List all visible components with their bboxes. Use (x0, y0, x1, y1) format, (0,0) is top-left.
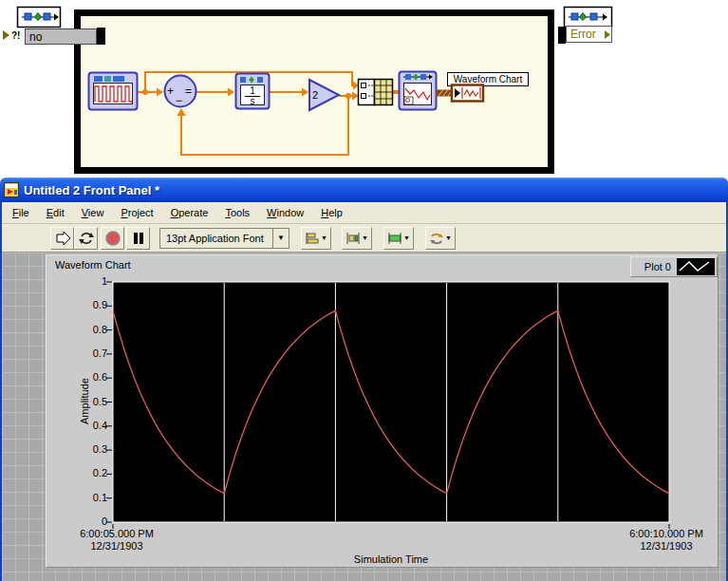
y-axis-tick-label: 0.9 (47, 299, 107, 310)
chevron-down-icon: ▼ (445, 234, 452, 241)
simulation-loop-icon-right (565, 8, 612, 28)
sum-plus-sign: + (167, 84, 174, 98)
loop-tunnel-left (97, 28, 105, 45)
y-axis-tick-label: 0.6 (47, 371, 107, 383)
chart-buffer-node[interactable] (400, 72, 437, 110)
chevron-down-icon: ▼ (321, 234, 327, 241)
abort-button[interactable] (101, 227, 124, 250)
window-titlebar[interactable]: Untitled 2 Front Panel * (0, 178, 728, 202)
x-axis-end-date: 12/31/1903 (640, 540, 692, 552)
integrator-denominator: s (251, 96, 255, 106)
front-panel-window: Untitled 2 Front Panel * File Edit View … (0, 178, 728, 581)
screen: ?! no Error (0, 0, 728, 581)
x-axis-title: Simulation Time (354, 553, 428, 565)
chevron-down-icon: ▼ (403, 234, 410, 241)
reorder-objects-button[interactable]: ▼ (425, 227, 456, 250)
menu-window[interactable]: Window (258, 203, 312, 223)
terminal-label: Waveform Chart (454, 74, 523, 84)
resize-objects-button[interactable]: ▼ (383, 227, 414, 250)
sum-minus-sign: − (176, 94, 182, 107)
integrator-numerator: 1 (250, 85, 255, 96)
y-axis-tick-label: 0.7 (47, 347, 107, 359)
run-icon (53, 229, 72, 248)
labview-app-icon[interactable] (4, 182, 19, 197)
font-selector-value: 13pt Application Font (160, 233, 272, 244)
menu-file[interactable]: File (4, 203, 38, 223)
loop-halt-input-node[interactable]: ?! no (3, 28, 105, 45)
error-label: Error (570, 28, 596, 41)
menu-operate[interactable]: Operate (162, 203, 217, 223)
chevron-down-icon[interactable]: ▼ (272, 229, 289, 248)
x-axis-start-time: 6:00:05.000 PM (80, 528, 154, 539)
run-continuous-icon (77, 229, 96, 248)
waveform-chart-plot-svg (47, 255, 719, 569)
block-diagram: ?! no Error (0, 0, 728, 178)
menu-bar: File Edit View Project Operate Tools Win… (2, 202, 726, 224)
menu-tools[interactable]: Tools (216, 203, 258, 223)
distribute-objects-icon (345, 231, 361, 246)
run-continuous-button[interactable] (74, 227, 98, 250)
dynamic-data-wire (436, 90, 453, 97)
halt-input-value: no (29, 30, 43, 44)
legend-line-sample-icon[interactable] (677, 258, 715, 275)
x-axis-end-time: 6:00:10.000 PM (629, 528, 703, 539)
abort-icon (104, 230, 121, 247)
simulation-loop-icon-left (18, 8, 61, 28)
y-axis-tick-label: 0.4 (47, 420, 107, 431)
menu-view[interactable]: View (73, 203, 113, 223)
x-axis-start-date: 12/31/1903 (90, 540, 142, 552)
toolbar: 13pt Application Font ▼ ▼ (2, 224, 726, 253)
collector-node[interactable] (359, 80, 393, 105)
loop-error-output-node[interactable]: Error (558, 27, 612, 45)
resize-objects-icon (387, 231, 402, 246)
y-axis-tick-label: 0.5 (47, 396, 107, 407)
integrator-node[interactable]: 1 s (236, 74, 270, 109)
loop-tunnel-right (558, 27, 566, 44)
distribute-objects-button[interactable]: ▼ (342, 227, 372, 250)
font-selector[interactable]: 13pt Application Font ▼ (159, 228, 289, 249)
y-axis-title: Amplitude (79, 373, 91, 430)
align-objects-button[interactable]: ▼ (301, 227, 331, 250)
summation-node[interactable]: + − = (165, 76, 196, 108)
waveform-chart-widget[interactable]: Waveform Chart Plot 0 00.10.20.30.40.50.… (46, 254, 719, 568)
y-axis-tick-label: 0.1 (47, 492, 107, 503)
sum-equals-sign: = (185, 84, 192, 98)
legend-plot-name: Plot 0 (644, 261, 671, 272)
y-axis-tick-label: 1 (47, 275, 107, 287)
plot-legend[interactable]: Plot 0 (630, 256, 718, 277)
y-axis-tick-label: 0.3 (47, 443, 107, 455)
pause-icon (131, 231, 146, 246)
run-button[interactable] (50, 227, 74, 250)
chevron-down-icon: ▼ (362, 234, 368, 241)
window-body: File Edit View Project Operate Tools Win… (0, 202, 728, 581)
menu-help[interactable]: Help (312, 203, 351, 223)
front-panel-grid: Waveform Chart Plot 0 00.10.20.30.40.50.… (2, 253, 726, 581)
input-arrow-icon (3, 30, 9, 40)
y-axis-tick-label: 0.2 (47, 467, 107, 478)
menu-edit[interactable]: Edit (38, 203, 73, 223)
reorder-objects-icon (429, 231, 444, 246)
input-prefix: ?! (11, 30, 20, 41)
y-axis-tick-label: 0.8 (47, 324, 107, 335)
gain-value: 2 (312, 89, 318, 101)
plot-area[interactable] (113, 282, 669, 522)
menu-project[interactable]: Project (112, 203, 161, 223)
pause-button[interactable] (126, 227, 150, 250)
signal-generator-node[interactable] (89, 73, 138, 110)
align-objects-icon (305, 231, 320, 246)
window-title: Untitled 2 Front Panel * (24, 183, 159, 197)
block-diagram-window: ?! no Error (0, 0, 728, 178)
y-axis-tick-label: 0 (47, 515, 107, 527)
